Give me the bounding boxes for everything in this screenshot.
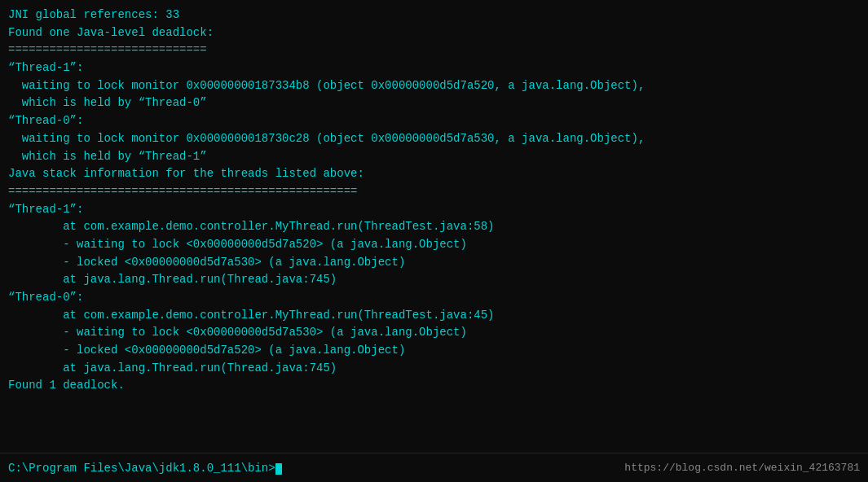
watermark-text: https://blog.csdn.net/weixin_42163781 — [624, 462, 860, 474]
terminal-line: Java stack information for the threads l… — [8, 165, 860, 183]
terminal-line: which is held by “Thread-1” — [8, 148, 860, 166]
cursor-blink — [275, 463, 282, 475]
terminal-line: waiting to lock monitor 0x0000000018730c… — [8, 130, 860, 148]
terminal-bottom-bar: C:\Program Files\Java\jdk1.8.0_111\bin> … — [0, 453, 868, 482]
terminal-line: ========================================… — [8, 183, 860, 201]
terminal-line: at com.example.demo.controller.MyThread.… — [8, 307, 860, 325]
terminal-line: - locked <0x00000000d5d7a520> (a java.la… — [8, 342, 860, 360]
terminal-line: Found one Java-level deadlock: — [8, 24, 860, 42]
terminal-window: JNI global references: 33Found one Java-… — [0, 0, 868, 482]
terminal-line: at java.lang.Thread.run(Thread.java:745) — [8, 271, 860, 289]
terminal-line: “Thread-0”: — [8, 112, 860, 130]
terminal-line: JNI global references: 33 — [8, 7, 860, 24]
terminal-line: ============================= — [8, 42, 860, 59]
command-prompt: C:\Program Files\Java\jdk1.8.0_111\bin> — [8, 462, 282, 475]
terminal-output: JNI global references: 33Found one Java-… — [8, 7, 860, 395]
terminal-line: at java.lang.Thread.run(Thread.java:745) — [8, 360, 860, 378]
terminal-line: - waiting to lock <0x00000000d5d7a520> (… — [8, 236, 860, 254]
terminal-line: - waiting to lock <0x00000000d5d7a530> (… — [8, 324, 860, 342]
terminal-line: at com.example.demo.controller.MyThread.… — [8, 218, 860, 236]
terminal-line: “Thread-1”: — [8, 201, 860, 219]
terminal-line: waiting to lock monitor 0x00000000187334… — [8, 77, 860, 95]
terminal-line: “Thread-0”: — [8, 289, 860, 307]
terminal-line: Found 1 deadlock. — [8, 377, 860, 395]
terminal-line: “Thread-1”: — [8, 59, 860, 77]
terminal-line: - locked <0x00000000d5d7a530> (a java.la… — [8, 254, 860, 272]
prompt-text: C:\Program Files\Java\jdk1.8.0_111\bin> — [8, 462, 275, 475]
terminal-line: which is held by “Thread-0” — [8, 94, 860, 112]
